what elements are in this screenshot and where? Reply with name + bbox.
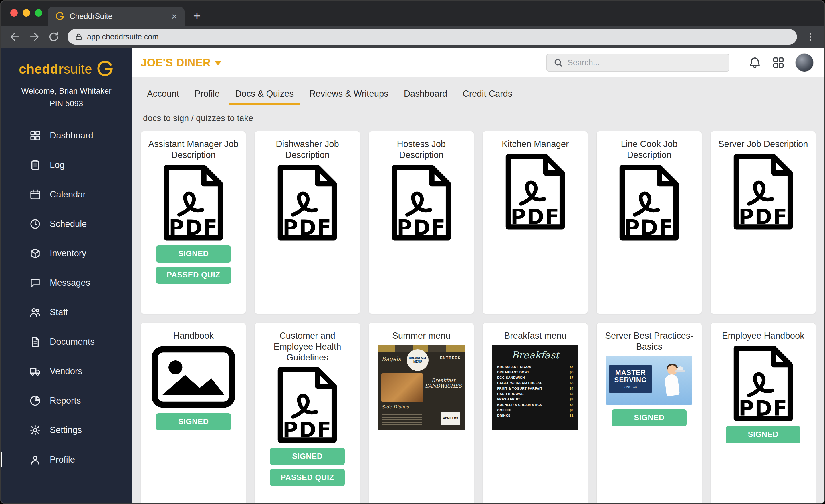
- zoom-window-button[interactable]: [35, 9, 42, 17]
- doc-card[interactable]: Server Best Practices- BasicsMASTERSERVI…: [596, 322, 702, 503]
- tab-credit-cards[interactable]: Credit Cards: [456, 85, 519, 105]
- apps-grid-icon[interactable]: [772, 56, 785, 69]
- sidebar-nav: DashboardLogCalendarScheduleInventoryMes…: [1, 121, 132, 474]
- sidebar-item-documents[interactable]: Documents: [1, 327, 132, 356]
- sidebar-item-label: Profile: [50, 454, 75, 465]
- business-selector[interactable]: JOE'S DINER: [141, 57, 221, 69]
- log-icon: [29, 159, 41, 171]
- tab-close-icon[interactable]: ×: [171, 11, 177, 21]
- signed-badge[interactable]: SIGNED: [612, 409, 686, 427]
- pdf-icon[interactable]: PDF: [274, 367, 340, 443]
- documents-icon: [29, 336, 41, 348]
- back-icon[interactable]: [9, 31, 21, 43]
- doc-card[interactable]: Hostess Job DescriptionPDF: [369, 131, 474, 314]
- user-avatar[interactable]: [795, 54, 814, 72]
- passed-quiz-badge[interactable]: PASSED QUIZ: [270, 469, 345, 486]
- tab-profile[interactable]: Profile: [188, 85, 226, 105]
- app-body: cheddrsuite Welcome, Brian Whitaker PIN …: [1, 48, 824, 503]
- doc-card-title: Hostess Job Description: [376, 139, 467, 160]
- svg-text:PDF: PDF: [283, 418, 332, 442]
- search-input[interactable]: [568, 58, 723, 67]
- sidebar-item-messages[interactable]: Messages: [1, 268, 132, 297]
- doc-card-title: Summer menu: [392, 331, 450, 341]
- svg-text:PDF: PDF: [739, 396, 788, 421]
- logo-text: cheddrsuite: [19, 61, 92, 77]
- doc-card-title: Customer and Employee Health Guidelines: [262, 331, 353, 363]
- doc-card[interactable]: Customer and Employee Health GuidelinesP…: [254, 322, 360, 503]
- sidebar-item-reports[interactable]: Reports: [1, 386, 132, 415]
- doc-card[interactable]: Dishwasher Job DescriptionPDF: [254, 131, 360, 314]
- address-bar[interactable]: app.cheddrsuite.com: [68, 29, 797, 45]
- doc-card[interactable]: Summer menuBagelsBREAKFAST MENUENTREESBr…: [369, 322, 474, 503]
- tab-docs-quizes[interactable]: Docs & Quizes: [229, 85, 300, 105]
- doc-card[interactable]: HandbookSIGNED: [141, 322, 246, 503]
- summer-menu-thumbnail[interactable]: BagelsBREAKFAST MENUENTREESBreakfast SAN…: [378, 345, 464, 430]
- sidebar: cheddrsuite Welcome, Brian Whitaker PIN …: [1, 48, 132, 503]
- doc-card[interactable]: Server Job DescriptionPDF: [710, 131, 816, 314]
- passed-quiz-badge[interactable]: PASSED QUIZ: [156, 267, 231, 284]
- staff-icon: [29, 306, 41, 318]
- doc-card-title: Assistant Manager Job Description: [148, 139, 239, 160]
- serving-thumbnail[interactable]: MASTERSERVINGPart Two: [606, 356, 692, 405]
- forward-icon[interactable]: [28, 31, 40, 43]
- pdf-icon[interactable]: PDF: [502, 154, 568, 230]
- sidebar-item-schedule[interactable]: Schedule: [1, 209, 132, 238]
- reload-icon[interactable]: [48, 31, 60, 43]
- sidebar-item-dashboard[interactable]: Dashboard: [1, 121, 132, 150]
- browser-tab[interactable]: CheddrSuite ×: [48, 7, 184, 26]
- doc-card-title: Server Job Description: [718, 139, 808, 150]
- signed-badge[interactable]: SIGNED: [270, 448, 345, 465]
- new-tab-button[interactable]: +: [193, 9, 201, 22]
- sidebar-item-inventory[interactable]: Inventory: [1, 238, 132, 268]
- sidebar-item-calendar[interactable]: Calendar: [1, 179, 132, 209]
- tab-dashboard[interactable]: Dashboard: [398, 85, 454, 105]
- sidebar-item-profile[interactable]: Profile: [1, 445, 132, 474]
- settings-icon: [29, 424, 41, 436]
- doc-card[interactable]: Employee HandbookPDFSIGNED: [710, 322, 816, 503]
- minimize-window-button[interactable]: [22, 9, 30, 17]
- browser-tab-strip: CheddrSuite × +: [1, 1, 824, 26]
- pdf-icon[interactable]: PDF: [730, 154, 796, 230]
- pdf-icon[interactable]: PDF: [274, 164, 340, 241]
- sidebar-item-label: Schedule: [50, 219, 87, 229]
- doc-card[interactable]: Assistant Manager Job DescriptionPDFSIGN…: [141, 131, 246, 314]
- kebab-menu-icon[interactable]: [805, 31, 816, 42]
- calendar-icon: [29, 189, 41, 201]
- signed-badge[interactable]: SIGNED: [156, 413, 231, 430]
- tab-account[interactable]: Account: [141, 85, 185, 105]
- pdf-icon[interactable]: PDF: [730, 345, 796, 422]
- doc-card[interactable]: Line Cook Job DescriptionPDF: [596, 131, 702, 314]
- bell-icon[interactable]: [748, 56, 761, 69]
- breakfast-menu-thumbnail[interactable]: BreakfastBREAKFAST TACOS$7BREAKFAST BOWL…: [492, 345, 579, 430]
- topbar-divider: [739, 54, 739, 71]
- pdf-icon[interactable]: PDF: [388, 164, 454, 241]
- doc-card[interactable]: Kitchen ManagerPDF: [482, 131, 588, 314]
- reports-icon: [29, 395, 41, 407]
- browser-toolbar: app.cheddrsuite.com: [1, 26, 824, 48]
- welcome-text: Welcome, Brian Whitaker: [1, 86, 132, 95]
- sidebar-item-label: Dashboard: [50, 130, 93, 141]
- doc-card[interactable]: Breakfast menuBreakfastBREAKFAST TACOS$7…: [482, 322, 588, 503]
- sidebar-item-label: Reports: [50, 395, 81, 406]
- sidebar-item-log[interactable]: Log: [1, 150, 132, 179]
- sidebar-item-settings[interactable]: Settings: [1, 415, 132, 445]
- pdf-icon[interactable]: PDF: [616, 164, 682, 241]
- dashboard-icon: [29, 130, 41, 142]
- cheddrsuite-logo[interactable]: cheddrsuite: [1, 60, 132, 78]
- main-area: JOE'S DINER AccountProfileDocs & QuizesR…: [132, 48, 824, 503]
- profile-icon: [29, 454, 41, 466]
- schedule-icon: [29, 218, 41, 230]
- signed-badge[interactable]: SIGNED: [726, 426, 801, 443]
- pdf-icon[interactable]: PDF: [160, 164, 226, 241]
- search-box[interactable]: [546, 54, 730, 72]
- tab-reviews-writeups[interactable]: Reviews & Writeups: [303, 85, 395, 105]
- lock-icon: [74, 32, 83, 41]
- sidebar-item-staff[interactable]: Staff: [1, 297, 132, 327]
- close-window-button[interactable]: [10, 9, 18, 17]
- sidebar-item-vendors[interactable]: Vendors: [1, 356, 132, 386]
- cheddrsuite-favicon: [55, 12, 64, 21]
- image-placeholder-icon[interactable]: [150, 345, 236, 409]
- signed-badge[interactable]: SIGNED: [156, 245, 231, 263]
- browser-window: CheddrSuite × + app.cheddrsuite.com ched…: [0, 0, 825, 504]
- window-controls: [10, 9, 42, 17]
